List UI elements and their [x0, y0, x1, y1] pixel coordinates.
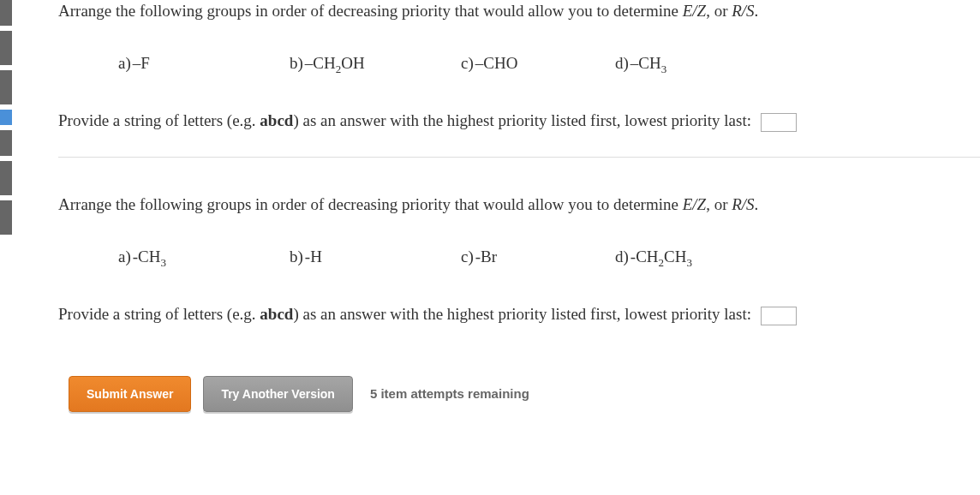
option-c: c)-Br [461, 248, 615, 270]
options-row: a)–F b)–CH2OH c)–CHO d)–CH3 [58, 54, 980, 76]
answer-prompt: Provide a string of letters (e.g. abcd) … [58, 110, 980, 133]
nav-marker-active[interactable] [0, 110, 12, 125]
question-2: Arrange the following groups in order of… [58, 194, 980, 350]
nav-marker[interactable] [0, 31, 12, 65]
nav-marker[interactable] [0, 0, 12, 26]
answer-input-1[interactable] [761, 113, 797, 132]
attempts-remaining: 5 item attempts remaining [370, 386, 529, 401]
option-a: a)–F [118, 54, 290, 76]
nav-sidebar [0, 0, 12, 495]
nav-marker[interactable] [0, 200, 12, 235]
option-b: b)-H [290, 248, 461, 270]
option-d: d)-CH2CH3 [615, 248, 786, 270]
button-row: Submit Answer Try Another Version 5 item… [58, 376, 980, 412]
nav-marker[interactable] [0, 161, 12, 195]
question-1: Arrange the following groups in order of… [58, 0, 980, 158]
option-a: a)-CH3 [118, 248, 290, 270]
answer-input-2[interactable] [761, 307, 797, 325]
question-prompt: Arrange the following groups in order of… [58, 194, 980, 217]
option-d: d)–CH3 [615, 54, 786, 76]
try-another-button[interactable]: Try Another Version [203, 376, 353, 412]
option-b: b)–CH2OH [290, 54, 461, 76]
option-c: c)–CHO [461, 54, 615, 76]
options-row: a)-CH3 b)-H c)-Br d)-CH2CH3 [58, 248, 980, 270]
nav-marker[interactable] [0, 70, 12, 104]
submit-button[interactable]: Submit Answer [69, 376, 191, 412]
answer-prompt: Provide a string of letters (e.g. abcd) … [58, 303, 980, 326]
nav-marker[interactable] [0, 130, 12, 156]
question-prompt: Arrange the following groups in order of… [58, 0, 980, 23]
content-area: Arrange the following groups in order of… [12, 0, 980, 495]
